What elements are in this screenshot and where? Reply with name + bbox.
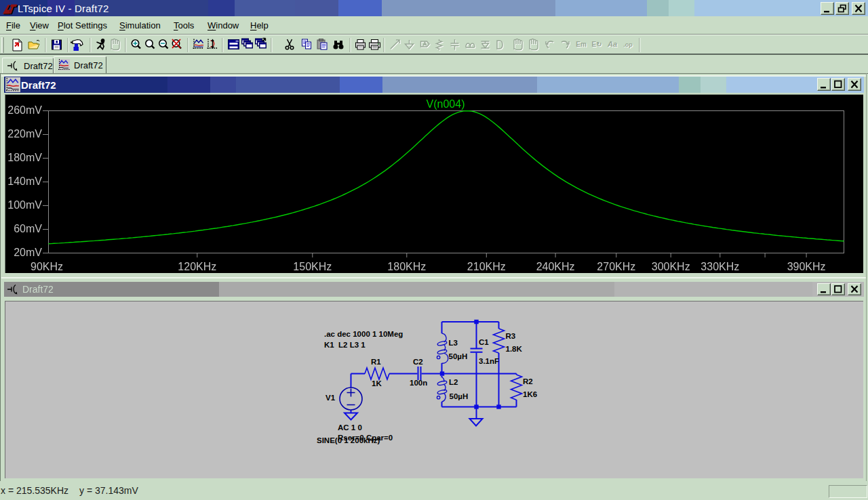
- svg-text:SINE(0 1 200kHz): SINE(0 1 200kHz): [317, 436, 380, 444]
- svg-text:C1: C1: [479, 338, 489, 346]
- svg-text:180KHz: 180KHz: [387, 261, 426, 272]
- svg-text:300KHz: 300KHz: [652, 261, 690, 272]
- svg-text:3.1nF: 3.1nF: [479, 357, 499, 365]
- svg-text:1K6: 1K6: [523, 390, 537, 398]
- svg-text:L3: L3: [449, 339, 458, 347]
- svg-text:L2: L2: [449, 378, 458, 386]
- svg-text:.op: .op: [623, 41, 633, 48]
- svg-text:1.8K: 1.8K: [506, 345, 523, 353]
- svg-text:100mV: 100mV: [7, 199, 42, 211]
- svg-text:240KHz: 240KHz: [536, 261, 575, 272]
- svg-text:180mV: 180mV: [7, 152, 42, 163]
- svg-text:390KHz: 390KHz: [787, 261, 826, 272]
- svg-text:K1 L2 L3 1: K1 L2 L3 1: [324, 341, 366, 349]
- svg-text:E↻: E↻: [591, 41, 601, 48]
- svg-text:20mV: 20mV: [14, 247, 42, 258]
- svg-text:60mV: 60mV: [14, 223, 42, 234]
- svg-text:210KHz: 210KHz: [467, 261, 506, 272]
- svg-text:AC 1 0: AC 1 0: [338, 423, 362, 432]
- svg-text:V1: V1: [326, 394, 336, 402]
- svg-text:Em: Em: [576, 41, 587, 48]
- svg-text:330KHz: 330KHz: [701, 261, 739, 272]
- svg-text:90KHz: 90KHz: [31, 261, 63, 272]
- svg-text:150KHz: 150KHz: [293, 261, 332, 272]
- svg-text:R3: R3: [506, 332, 516, 340]
- svg-text:220mV: 220mV: [7, 128, 42, 140]
- svg-text:50µH: 50µH: [450, 392, 469, 400]
- svg-text:C2: C2: [413, 358, 423, 366]
- svg-text:R1: R1: [371, 358, 381, 366]
- svg-text:100n: 100n: [410, 379, 427, 387]
- svg-text:120KHz: 120KHz: [178, 261, 216, 272]
- svg-text:.ac dec 1000 1 10Meg: .ac dec 1000 1 10Meg: [324, 330, 403, 338]
- svg-text:50µH: 50µH: [449, 352, 468, 360]
- svg-text:140mV: 140mV: [7, 175, 42, 187]
- svg-text:260mV: 260mV: [7, 104, 42, 116]
- svg-text:R2: R2: [523, 377, 533, 386]
- svg-text:V(n004): V(n004): [427, 98, 465, 110]
- svg-text:1K: 1K: [372, 379, 382, 388]
- svg-text:Aa: Aa: [607, 40, 617, 48]
- svg-text:270KHz: 270KHz: [597, 261, 635, 272]
